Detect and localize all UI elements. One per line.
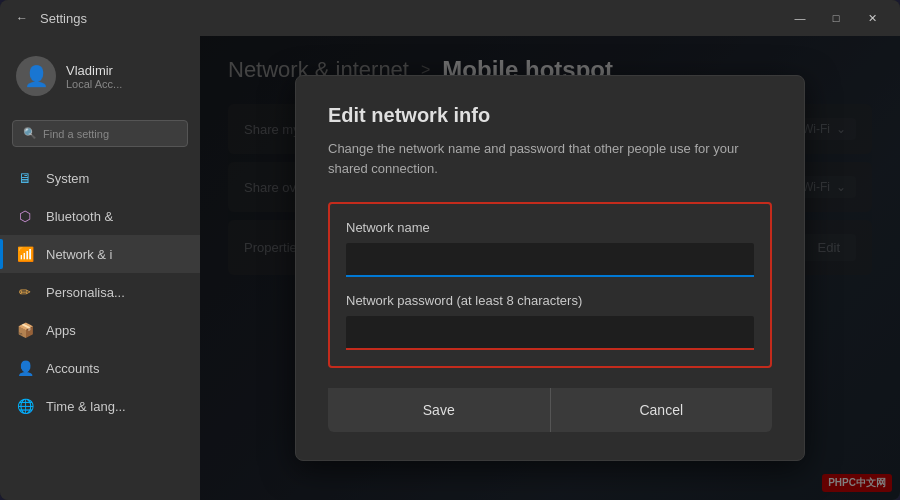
dialog-overlay: Edit network info Change the network nam… xyxy=(200,36,900,500)
save-button[interactable]: Save xyxy=(328,388,550,432)
sidebar-item-personalisation[interactable]: ✏ Personalisa... xyxy=(0,273,200,311)
settings-window: ← Settings — □ ✕ 👤 Vladimir Local Acc...… xyxy=(0,0,900,500)
time-icon: 🌐 xyxy=(16,397,34,415)
user-info: Vladimir Local Acc... xyxy=(66,63,122,90)
password-label: Network password (at least 8 characters) xyxy=(346,293,754,308)
search-placeholder: Find a setting xyxy=(43,128,109,140)
main-content: 👤 Vladimir Local Acc... 🔍 Find a setting… xyxy=(0,36,900,500)
sidebar-label-accounts: Accounts xyxy=(46,361,99,376)
search-icon: 🔍 xyxy=(23,127,37,140)
network-name-input[interactable] xyxy=(346,243,754,277)
form-fields: Network name Network password (at least … xyxy=(328,202,772,368)
sidebar-item-time[interactable]: 🌐 Time & lang... xyxy=(0,387,200,425)
cancel-button[interactable]: Cancel xyxy=(550,388,773,432)
field-separator xyxy=(346,277,754,293)
back-button[interactable]: ← xyxy=(12,8,32,28)
personalisation-icon: ✏ xyxy=(16,283,34,301)
bluetooth-icon: ⬡ xyxy=(16,207,34,225)
avatar: 👤 xyxy=(16,56,56,96)
dialog-description: Change the network name and password tha… xyxy=(328,139,772,178)
sidebar-label-bluetooth: Bluetooth & xyxy=(46,209,113,224)
sidebar: 👤 Vladimir Local Acc... 🔍 Find a setting… xyxy=(0,36,200,500)
search-box[interactable]: 🔍 Find a setting xyxy=(12,120,188,147)
title-bar-left: ← Settings xyxy=(12,8,87,28)
apps-icon: 📦 xyxy=(16,321,34,339)
user-section: 👤 Vladimir Local Acc... xyxy=(0,44,200,108)
network-password-input[interactable] xyxy=(346,316,754,350)
sidebar-item-bluetooth[interactable]: ⬡ Bluetooth & xyxy=(0,197,200,235)
sidebar-label-personalisation: Personalisa... xyxy=(46,285,125,300)
user-name: Vladimir xyxy=(66,63,122,78)
right-panel: Network & internet > Mobile hotspot Shar… xyxy=(200,36,900,500)
title-bar: ← Settings — □ ✕ xyxy=(0,0,900,36)
sidebar-item-apps[interactable]: 📦 Apps xyxy=(0,311,200,349)
sidebar-label-time: Time & lang... xyxy=(46,399,126,414)
window-title: Settings xyxy=(40,11,87,26)
network-icon: 📶 xyxy=(16,245,34,263)
sidebar-item-network[interactable]: 📶 Network & i xyxy=(0,235,200,273)
sidebar-label-system: System xyxy=(46,171,89,186)
sidebar-item-accounts[interactable]: 👤 Accounts xyxy=(0,349,200,387)
maximize-button[interactable]: □ xyxy=(820,4,852,32)
accounts-icon: 👤 xyxy=(16,359,34,377)
sidebar-item-system[interactable]: 🖥 System xyxy=(0,159,200,197)
system-icon: 🖥 xyxy=(16,169,34,187)
network-name-label: Network name xyxy=(346,220,754,235)
dialog-title: Edit network info xyxy=(328,104,772,127)
sidebar-label-network: Network & i xyxy=(46,247,112,262)
minimize-button[interactable]: — xyxy=(784,4,816,32)
close-button[interactable]: ✕ xyxy=(856,4,888,32)
sidebar-label-apps: Apps xyxy=(46,323,76,338)
dialog-buttons: Save Cancel xyxy=(328,388,772,432)
user-type: Local Acc... xyxy=(66,78,122,90)
window-controls: — □ ✕ xyxy=(784,4,888,32)
edit-network-dialog: Edit network info Change the network nam… xyxy=(295,75,805,461)
